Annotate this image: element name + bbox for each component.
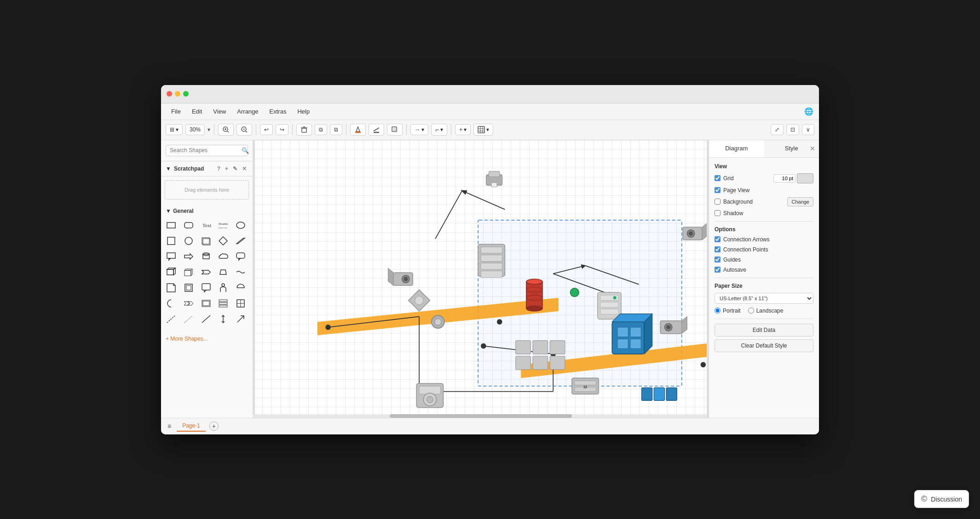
zoom-in-btn[interactable] — [218, 124, 234, 136]
shape-heading[interactable]: Headingbody text — [216, 218, 231, 233]
right-panel-close-btn[interactable]: ✕ — [810, 145, 815, 152]
menu-view[interactable]: View — [208, 106, 231, 117]
line-color-btn[interactable] — [369, 124, 384, 136]
shape-callout[interactable] — [199, 280, 213, 295]
autosave-checkbox[interactable] — [715, 267, 721, 273]
shape-ellipse[interactable] — [233, 218, 248, 233]
horizontal-scrollbar[interactable] — [253, 414, 709, 418]
clear-default-style-btn[interactable]: Clear Default Style — [715, 339, 813, 352]
device-green-node[interactable] — [571, 288, 579, 297]
shape-double-rect-outline[interactable] — [199, 296, 213, 311]
menu-edit[interactable]: Edit — [187, 106, 207, 117]
scrollbar-thumb[interactable] — [390, 414, 572, 418]
background-change-btn[interactable]: Change — [787, 197, 813, 206]
device-server-right[interactable] — [598, 292, 621, 319]
shape-double-arrow[interactable] — [216, 312, 231, 326]
shape-text[interactable]: Text — [199, 218, 213, 233]
device-server-cluster[interactable] — [478, 244, 505, 277]
grid-checkbox-label[interactable]: Grid — [715, 175, 734, 182]
paper-size-select[interactable]: US-Letter (8.5" x 11") A4 (210 x 297 mm)… — [715, 293, 813, 304]
guides-checkbox[interactable] — [715, 257, 721, 262]
add-page-btn[interactable]: + — [209, 422, 219, 431]
diagram-canvas[interactable]: M — [253, 140, 709, 418]
menu-help[interactable]: Help — [293, 106, 314, 117]
background-checkbox[interactable] — [715, 199, 721, 205]
device-storage-blue[interactable] — [641, 388, 677, 400]
landscape-radio-label[interactable]: Landscape — [748, 308, 784, 314]
shape-dotted-line[interactable] — [181, 312, 196, 326]
canvas-area[interactable]: M — [253, 140, 709, 418]
device-database-red[interactable] — [526, 279, 542, 311]
shape-half-circle[interactable] — [233, 280, 248, 295]
grid-color-box[interactable] — [797, 173, 813, 183]
delete-btn[interactable] — [296, 124, 312, 136]
connection-arrows-checkbox-label[interactable]: Connection Arrows — [715, 236, 770, 243]
insert-btn[interactable]: +▾ — [455, 124, 471, 135]
connection-arrows-checkbox[interactable] — [715, 236, 721, 242]
reset-view-btn[interactable]: ⊡ — [786, 124, 799, 135]
shape-person[interactable] — [216, 280, 231, 295]
connector-btn[interactable]: →▾ — [410, 124, 428, 135]
background-checkbox-label[interactable]: Background — [715, 199, 753, 205]
shape-diamond[interactable] — [216, 234, 231, 248]
tab-diagram[interactable]: Diagram — [709, 140, 764, 157]
shadow-btn[interactable] — [387, 124, 403, 136]
copy-btn[interactable]: ⧉ — [315, 124, 327, 135]
discussion-badge[interactable]: © Discussion — [914, 490, 969, 508]
device-gear[interactable] — [432, 315, 444, 328]
more-shapes-btn[interactable]: + More Shapes... — [161, 331, 253, 347]
shape-cylinder[interactable] — [199, 249, 213, 264]
shape-parallelogram[interactable] — [233, 234, 248, 248]
fill-color-btn[interactable] — [350, 124, 366, 136]
shape-cloud[interactable] — [216, 249, 231, 264]
shape-note[interactable] — [164, 280, 179, 295]
shape-circle[interactable] — [181, 234, 196, 248]
waypoint-btn[interactable]: ⌐▾ — [431, 124, 447, 136]
close-button[interactable] — [167, 91, 172, 97]
undo-btn[interactable]: ↩ — [260, 124, 273, 135]
guides-checkbox-label[interactable]: Guides — [715, 257, 741, 263]
shape-rect-3d[interactable] — [164, 265, 179, 279]
shape-double-3d[interactable] — [181, 265, 196, 279]
device-printer[interactable] — [486, 171, 502, 187]
search-input-wrapper[interactable]: 🔍 — [166, 145, 248, 156]
view-toggle-btn[interactable]: ⊞▾ — [166, 124, 183, 135]
shape-dashed-line[interactable] — [164, 312, 179, 326]
page-menu-btn[interactable]: ≡ — [166, 422, 173, 431]
page-view-checkbox[interactable] — [715, 187, 721, 193]
connection-points-checkbox-label[interactable]: Connection Points — [715, 246, 768, 253]
portrait-radio[interactable] — [715, 308, 721, 314]
maximize-button[interactable] — [183, 91, 189, 97]
shadow-checkbox[interactable] — [715, 210, 721, 216]
expand-panel-btn[interactable]: ∨ — [802, 124, 814, 135]
connection-points-checkbox[interactable] — [715, 246, 721, 252]
shape-square-cross[interactable] — [233, 296, 248, 311]
device-blue-cube[interactable] — [612, 314, 652, 354]
shadow-checkbox-label[interactable]: Shadow — [715, 210, 743, 217]
zoom-out-btn[interactable] — [236, 124, 252, 136]
shape-rounded-rect[interactable] — [181, 218, 196, 233]
device-camera-top-right[interactable] — [683, 222, 708, 240]
shape-crescent[interactable] — [164, 296, 179, 311]
shape-line[interactable] — [199, 312, 213, 326]
menu-file[interactable]: File — [167, 106, 185, 117]
scratchpad-add-btn[interactable]: + — [224, 165, 230, 172]
zoom-level[interactable]: 30% — [185, 124, 205, 135]
menu-arrange[interactable]: Arrange — [232, 106, 263, 117]
scratchpad-close-btn[interactable]: ✕ — [241, 165, 248, 172]
shape-square[interactable] — [164, 234, 179, 248]
autosave-checkbox-label[interactable]: Autosave — [715, 267, 746, 273]
landscape-radio[interactable] — [748, 308, 754, 314]
shape-arrow-right[interactable] — [181, 249, 196, 264]
right-resize-handle[interactable] — [707, 140, 709, 418]
scratchpad-edit-btn[interactable]: ✎ — [231, 165, 239, 172]
table-btn[interactable]: ▾ — [473, 124, 493, 136]
device-workstation[interactable] — [416, 383, 443, 407]
paste-btn[interactable]: ⧉ — [330, 124, 342, 135]
shape-callout-rounded[interactable] — [233, 249, 248, 264]
page-1-tab[interactable]: Page-1 — [177, 421, 206, 432]
device-appliance[interactable] — [409, 290, 430, 311]
shape-square-outline[interactable] — [181, 280, 196, 295]
menu-extras[interactable]: Extras — [265, 106, 291, 117]
search-shapes-input[interactable] — [170, 147, 239, 154]
